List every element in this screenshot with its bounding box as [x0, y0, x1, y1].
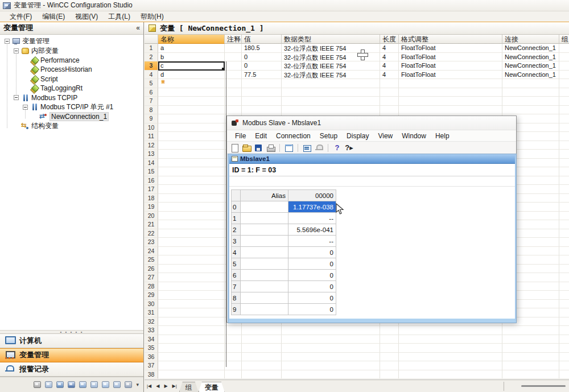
- row-header[interactable]: 30: [145, 300, 158, 309]
- grid-cell-datatype[interactable]: [282, 79, 380, 88]
- grid-cell-group[interactable]: [559, 273, 569, 282]
- tree-expander-icon[interactable]: [14, 48, 19, 53]
- register-alias-cell[interactable]: [241, 270, 288, 281]
- grid-cell-name[interactable]: [158, 273, 225, 282]
- grid-cell-comment[interactable]: [225, 335, 242, 344]
- row-header[interactable]: 20: [145, 212, 158, 221]
- grid-cell-name[interactable]: [158, 159, 225, 168]
- grid-cell-comment[interactable]: [225, 53, 242, 62]
- menu-item-1[interactable]: 编辑(E): [37, 11, 70, 23]
- row-header[interactable]: 1: [145, 44, 158, 53]
- grid-cell-group[interactable]: [559, 106, 569, 115]
- sidebar-nav-2[interactable]: 报警记录: [0, 362, 143, 377]
- grid-cell-name[interactable]: b: [158, 53, 225, 62]
- column-header-connection[interactable]: 连接: [502, 35, 559, 44]
- grid-cell-value[interactable]: 0: [242, 53, 282, 62]
- grid-cell-connection[interactable]: [502, 106, 559, 115]
- grid-cell-group[interactable]: [559, 132, 569, 141]
- grid-cell-name[interactable]: [158, 141, 225, 150]
- grid-cell-name[interactable]: [158, 132, 225, 141]
- menu-item-0[interactable]: 文件(F): [5, 11, 37, 23]
- grid-cell-value[interactable]: [242, 353, 282, 362]
- more-icons-dropdown[interactable]: ▾: [136, 382, 139, 387]
- address-column-header[interactable]: 00000: [288, 190, 336, 201]
- grid-cell-name[interactable]: [158, 370, 225, 379]
- grid-cell-name[interactable]: [158, 212, 225, 221]
- grid-cell-value[interactable]: 0: [242, 61, 282, 71]
- sheet-tab-0[interactable]: 组: [179, 382, 199, 392]
- grid-cell-value[interactable]: 77.5: [242, 71, 282, 80]
- grid-cell-value[interactable]: [242, 88, 282, 97]
- grid-cell-name[interactable]: d: [158, 71, 225, 80]
- grid-cell-format[interactable]: [399, 88, 502, 97]
- grid-cell-format[interactable]: [399, 106, 502, 115]
- grid-cell-length[interactable]: 4: [380, 44, 399, 53]
- grid-cell-length[interactable]: [380, 361, 399, 370]
- grid-cell-group[interactable]: [559, 212, 569, 221]
- grid-cell-length[interactable]: 4: [380, 71, 399, 80]
- grid-cell-comment[interactable]: [225, 361, 242, 370]
- tree-expander-icon[interactable]: [14, 95, 19, 100]
- grid-cell-group[interactable]: [559, 255, 569, 265]
- register-alias-cell[interactable]: [241, 304, 288, 315]
- grid-cell-name[interactable]: [158, 247, 225, 256]
- row-header[interactable]: 28: [145, 282, 158, 291]
- grid-cell-connection[interactable]: [502, 344, 559, 353]
- grid-cell-group[interactable]: [559, 61, 569, 71]
- row-header[interactable]: 8: [145, 106, 158, 115]
- grid-cell-group[interactable]: [559, 344, 569, 353]
- grid-cell-datatype[interactable]: [282, 106, 380, 115]
- grid-cell-datatype[interactable]: [282, 370, 380, 379]
- grid-cell-comment[interactable]: [225, 88, 242, 97]
- grid-cell-datatype[interactable]: 32-位浮点数 IEEE 754: [282, 71, 380, 80]
- grid-cell-group[interactable]: [559, 247, 569, 256]
- grid-cell-group[interactable]: [559, 326, 569, 335]
- grid-cell-connection[interactable]: [502, 88, 559, 97]
- grid-cell-value[interactable]: [242, 344, 282, 353]
- grid-cell-format[interactable]: [399, 335, 502, 344]
- tree-item[interactable]: NewConnection_1: [0, 112, 143, 122]
- sheet-nav-button-1[interactable]: ◀: [154, 383, 162, 389]
- register-alias-cell[interactable]: [241, 236, 288, 247]
- grid-cell-length[interactable]: [380, 106, 399, 115]
- grid-cell-format[interactable]: [399, 326, 502, 335]
- grid-cell-name[interactable]: [158, 282, 225, 291]
- register-alias-cell[interactable]: [241, 292, 288, 304]
- horizontal-scrollbar-thumb[interactable]: [521, 385, 566, 387]
- grid-cell-name[interactable]: [158, 308, 225, 317]
- register-value-cell[interactable]: 0: [288, 247, 336, 258]
- grid-cell-group[interactable]: [559, 265, 569, 274]
- grid-cell-name[interactable]: [158, 344, 225, 353]
- context-help-icon[interactable]: ?▸: [345, 144, 353, 152]
- grid-cell-format[interactable]: FloatToFloat: [399, 71, 502, 80]
- open-file-icon[interactable]: [242, 144, 251, 152]
- grid-cell-value[interactable]: [242, 106, 282, 115]
- grid-cell-name[interactable]: c: [158, 61, 225, 71]
- save-icon[interactable]: [254, 144, 263, 152]
- grid-cell-group[interactable]: [559, 114, 569, 123]
- grid-cell-length[interactable]: [380, 97, 399, 106]
- grid-cell-name[interactable]: [158, 326, 225, 335]
- grid-cell-name[interactable]: [158, 203, 225, 212]
- register-value-cell[interactable]: 0: [288, 292, 336, 304]
- grid-cell-datatype[interactable]: [282, 335, 380, 344]
- modbus-menu-4[interactable]: Display: [342, 131, 373, 141]
- grid-cell-value[interactable]: [242, 370, 282, 379]
- modbus-menu-5[interactable]: View: [373, 131, 397, 141]
- row-header[interactable]: 36: [145, 353, 158, 362]
- grid-cell-datatype[interactable]: [282, 344, 380, 353]
- tree-item[interactable]: 结构变量: [0, 121, 143, 131]
- grid-cell-group[interactable]: [559, 220, 569, 229]
- register-alias-cell[interactable]: [241, 281, 288, 292]
- grid-cell-name[interactable]: [158, 79, 225, 88]
- grid-cell-group[interactable]: [559, 167, 569, 176]
- grid-cell-comment[interactable]: [225, 71, 242, 80]
- new-window-icon[interactable]: [284, 144, 293, 152]
- help-icon[interactable]: ?: [333, 144, 341, 152]
- row-header[interactable]: 31: [145, 308, 158, 317]
- grid-cell-length[interactable]: [380, 335, 399, 344]
- tree-expander-icon[interactable]: [23, 105, 28, 110]
- grid-cell-value[interactable]: [242, 79, 282, 88]
- grid-cell-group[interactable]: [559, 291, 569, 300]
- grid-cell-name[interactable]: [158, 123, 225, 133]
